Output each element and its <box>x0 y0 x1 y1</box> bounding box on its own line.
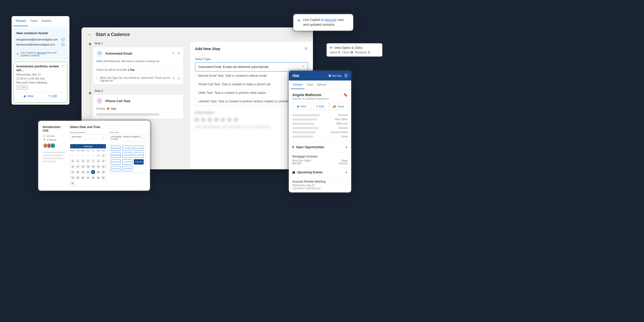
view-button[interactable]: ◉View <box>293 103 311 110</box>
timeslot[interactable]: 3:15 PM <box>111 166 121 171</box>
type-select[interactable]: Automated Email: Emails are delivered au… <box>195 62 308 71</box>
add-contact-icon[interactable]: + <box>61 38 65 41</box>
contact-role: Director of Customer Experience <box>292 97 348 100</box>
timeslot[interactable]: 10:00 AM <box>111 152 121 158</box>
timezone-select[interactable]: US/Canada - Eastern Time(EST) - 9:01AM⌄ <box>109 134 145 141</box>
calendar-day-other: 29 <box>80 153 86 158</box>
timeslot[interactable]: 9:15 AM <box>122 146 132 151</box>
calendar-day[interactable]: 23 <box>101 169 106 175</box>
timeslot[interactable]: 9:00 AM <box>111 146 121 151</box>
close-icon[interactable]: ✕ <box>177 51 180 55</box>
calendar-day[interactable]: 12 <box>80 164 86 169</box>
calendar-day[interactable]: 18 <box>75 169 80 175</box>
view-button[interactable]: ◉View <box>16 92 41 100</box>
calendar-day[interactable]: 4 <box>75 158 80 164</box>
calendar-day[interactable]: 22 <box>96 169 101 175</box>
hamburger-icon[interactable]: ☰ <box>344 73 348 78</box>
prev-month-icon[interactable]: ‹ <box>72 145 72 148</box>
copilot-hint[interactable]: ✦ Use Copilot to discover new and update… <box>16 49 65 57</box>
step-card-header: ✉ Automated Email ✎ ✕ <box>93 47 183 60</box>
track-button[interactable]: 🚚Track <box>329 103 347 110</box>
skeleton <box>292 127 319 129</box>
edit-button[interactable]: ✎Edit <box>311 103 329 110</box>
calendar-day[interactable]: 19 <box>80 169 86 175</box>
tab-related[interactable]: Related <box>291 80 304 89</box>
calendar-day[interactable]: 9 <box>101 158 106 164</box>
calendar-day[interactable]: 30 <box>101 175 106 180</box>
crm-badge: In CRM <box>16 86 28 90</box>
contact-email: bandrews@besteverdigital.com <box>16 43 55 46</box>
step-action-row: ⎘ When link "Sign Up" was clicked on, se… <box>93 74 183 85</box>
calendar-month: February <box>84 145 93 148</box>
scheduler-main: Select Date and Time Meeting Duration 30… <box>70 125 145 186</box>
calendar-dow: Mon <box>70 148 75 153</box>
events-header[interactable]: ▦ Upcoming Events ▼ <box>289 168 351 177</box>
calendar-day[interactable]: 7 <box>91 158 96 164</box>
timeslot[interactable]: 3:30 PM <box>122 166 132 171</box>
calendar-day[interactable]: 25 <box>75 175 80 180</box>
calendar-day[interactable]: 26 <box>80 175 86 180</box>
calendar-day[interactable]: 17 <box>70 169 75 175</box>
timeslot[interactable]: 2:30 PM <box>111 159 121 165</box>
calendar-day[interactable]: 31 <box>70 180 75 186</box>
tab-track[interactable]: Track <box>304 80 315 89</box>
calendar-day[interactable]: 6 <box>86 158 91 164</box>
opportunities-header[interactable]: $ Open Opportunities ▼ <box>289 142 351 152</box>
myday-link[interactable]: ▦My Day <box>329 74 342 77</box>
duration-field: Meeting Duration 30 minutes⌄ <box>70 131 106 141</box>
calendar-day[interactable]: 10 <box>70 164 75 169</box>
tab-actions[interactable]: Actions <box>315 80 328 89</box>
tab-actions[interactable]: Actions <box>39 16 53 26</box>
calendar-day[interactable]: 16 <box>101 164 106 169</box>
back-arrow-icon[interactable]: ← <box>88 32 92 37</box>
calendar-day[interactable]: 3 <box>70 158 75 164</box>
chevron-right-icon: › <box>64 53 65 56</box>
close-icon[interactable]: ✕ <box>304 46 308 51</box>
event-item[interactable]: Account Review Meeting› Wednesday, Aug 1… <box>289 177 351 192</box>
calendar-day[interactable]: 11 <box>75 164 80 169</box>
calendar-dow: Sun <box>101 148 106 153</box>
opens-clicks-card[interactable]: ✉ View Opens & Clicks › Opens: 5 Clicks:… <box>327 43 382 57</box>
calendar-day[interactable]: 14 <box>91 164 96 169</box>
calendar-day[interactable]: 15 <box>96 164 101 169</box>
pencil-icon[interactable]: ✎ <box>172 51 175 55</box>
skeleton <box>292 114 320 116</box>
calendar-day[interactable]: 2 <box>101 153 106 158</box>
timeslot-grid: 9:00 AM9:15 AM9:30 AM10:00 AM2:00 PM2:15… <box>109 144 145 173</box>
timeslot[interactable]: 2:45 PM <box>122 159 132 165</box>
calendar-day[interactable]: 24 <box>70 175 75 180</box>
timeslot[interactable]: 3:00 PM <box>134 159 144 165</box>
calendar-day[interactable]: 8 <box>96 158 101 164</box>
selected-type: Automated Email: Emails are delivered au… <box>198 65 269 69</box>
calendar-day-other: 31 <box>91 153 96 158</box>
email-icon: ✉ <box>96 50 103 57</box>
calendar-day[interactable]: 5 <box>80 158 86 164</box>
calendar-day[interactable]: 28 <box>91 175 96 180</box>
discover-link[interactable]: discover <box>325 18 337 22</box>
calendar-day[interactable]: 1 <box>96 153 101 158</box>
close-icon[interactable]: ✕ <box>177 76 180 80</box>
add-contact-icon[interactable]: + <box>61 43 65 46</box>
bookmark-icon[interactable]: 🔖 <box>343 93 348 97</box>
calendar-day[interactable]: 20 <box>86 169 91 175</box>
tab-track[interactable]: Track <box>28 16 39 26</box>
calendar-day[interactable]: 13 <box>86 164 91 169</box>
duration-select[interactable]: 30 minutes⌄ <box>70 134 106 139</box>
meeting-time: 11:00 to 11:45 (45 min) <box>16 77 65 80</box>
step-card: ✉ Automated Email ✎ ✕ Hello {{FirstName}… <box>93 47 184 85</box>
opportunity-item[interactable]: Mortgage Increase› Best Ever DigitalStag… <box>289 152 351 168</box>
discover-link[interactable]: discover <box>37 51 46 54</box>
field-label: Email <box>341 135 348 138</box>
tab-related[interactable]: Related <box>14 16 28 26</box>
timeslot[interactable]: 2:00 PM <box>122 152 132 158</box>
calendar-day[interactable]: 21 <box>91 169 96 175</box>
timeslot[interactable]: 9:30 AM <box>134 146 144 151</box>
pencil-icon[interactable]: ✎ <box>172 76 175 80</box>
avatar-row: 👤 👤 👤 <box>43 143 65 148</box>
edit-button[interactable]: ✎Edit <box>41 92 65 100</box>
next-month-icon[interactable]: › <box>104 145 104 148</box>
calendar: ‹ February › MonTueWedThuFriSatSun272829… <box>70 144 106 186</box>
timeslot[interactable]: 2:15 PM <box>134 152 144 158</box>
calendar-day[interactable]: 27 <box>86 175 91 180</box>
calendar-day[interactable]: 29 <box>96 175 101 180</box>
